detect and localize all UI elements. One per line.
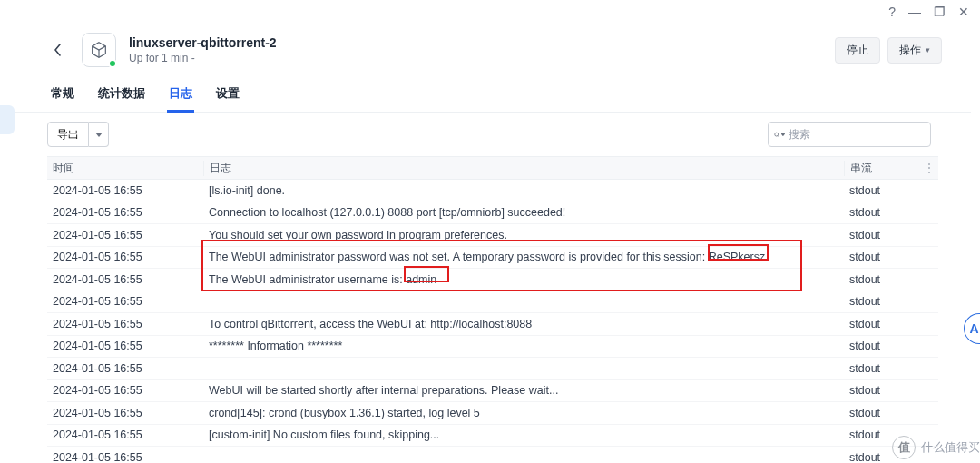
chevron-down-icon <box>781 129 785 141</box>
cell-log: [ls.io-init] done. <box>203 184 844 197</box>
export-button[interactable]: 导出 <box>47 122 89 147</box>
cell-time: 2024-01-05 16:55 <box>47 407 203 419</box>
table-row[interactable]: 2024-01-05 16:55The WebUI administrator … <box>47 247 938 270</box>
actions-dropdown[interactable]: 操作 ▾ <box>887 37 942 64</box>
table-row[interactable]: 2024-01-05 16:55stdout <box>47 358 938 380</box>
cell-log: You should set your own password in prog… <box>203 229 844 241</box>
cell-stream: stdout <box>844 295 920 308</box>
cell-stream: stdout <box>844 318 920 330</box>
container-title: linuxserver-qbittorrent-2 <box>129 35 835 50</box>
col-header-stream[interactable]: 串流 <box>844 161 920 176</box>
cell-stream: stdout <box>844 273 920 286</box>
cell-stream: stdout <box>844 184 920 197</box>
status-dot-running <box>108 59 117 68</box>
cell-stream: stdout <box>844 206 920 219</box>
table-row[interactable]: 2024-01-05 16:55[custom-init] No custom … <box>47 425 938 448</box>
table-row[interactable]: 2024-01-05 16:55WebUI will be started sh… <box>47 380 938 403</box>
cube-icon <box>89 40 109 60</box>
maximize-icon[interactable]: ❐ <box>934 5 946 18</box>
search-input[interactable] <box>789 128 925 141</box>
cell-log: The WebUI administrator password was not… <box>203 251 844 263</box>
table-row[interactable]: 2024-01-05 16:55stdout <box>47 447 938 463</box>
minimize-icon[interactable]: — <box>908 5 921 18</box>
search-icon <box>774 129 779 141</box>
table-row[interactable]: 2024-01-05 16:55stdout <box>47 291 938 314</box>
svg-line-1 <box>778 135 779 137</box>
cell-time: 2024-01-05 16:55 <box>47 362 203 375</box>
cell-log: ******** Information ******** <box>203 340 844 352</box>
watermark: 值 什么值得买 <box>892 436 980 459</box>
table-row[interactable]: 2024-01-05 16:55Connection to localhost … <box>47 202 938 225</box>
table-row[interactable]: 2024-01-05 16:55******** Information ***… <box>47 336 938 359</box>
stop-button[interactable]: 停止 <box>835 37 880 64</box>
cell-time: 2024-01-05 16:55 <box>47 251 203 263</box>
table-row[interactable]: 2024-01-05 16:55You should set your own … <box>47 224 938 247</box>
page-header: linuxserver-qbittorrent-2 Up for 1 min -… <box>7 33 971 67</box>
col-header-time[interactable]: 时间 <box>47 161 203 176</box>
close-icon[interactable]: ✕ <box>958 5 969 18</box>
cell-stream: stdout <box>844 340 920 352</box>
table-row[interactable]: 2024-01-05 16:55crond[145]: crond (busyb… <box>47 402 938 425</box>
cell-stream: stdout <box>844 229 920 241</box>
chevron-down-icon: ▾ <box>926 45 930 54</box>
cell-time: 2024-01-05 16:55 <box>47 318 203 330</box>
tab-stats[interactable]: 统计数据 <box>96 85 147 112</box>
chevron-left-icon <box>54 44 63 56</box>
cell-log: Connection to localhost (127.0.0.1) 8088… <box>203 206 844 219</box>
cell-stream: stdout <box>844 251 920 263</box>
cell-log: crond[145]: crond (busybox 1.36.1) start… <box>203 407 844 419</box>
cell-log: To control qBittorrent, access the WebUI… <box>203 318 844 330</box>
watermark-badge: 值 <box>892 436 916 459</box>
cell-time: 2024-01-05 16:55 <box>47 206 203 219</box>
cell-stream: stdout <box>844 407 920 419</box>
search-box[interactable] <box>768 122 931 147</box>
tab-logs[interactable]: 日志 <box>167 85 194 113</box>
chevron-down-icon <box>95 133 103 137</box>
help-icon[interactable]: ? <box>888 5 896 18</box>
cell-time: 2024-01-05 16:55 <box>47 429 203 441</box>
table-row[interactable]: 2024-01-05 16:55[ls.io-init] done.stdout <box>47 180 938 202</box>
container-icon <box>82 33 116 67</box>
tabs: 常规 统计数据 日志 设置 <box>7 85 971 113</box>
col-header-more[interactable]: ⋮ <box>920 162 938 174</box>
table-row[interactable]: 2024-01-05 16:55To control qBittorrent, … <box>47 313 938 336</box>
cell-log: WebUI will be started shortly after inte… <box>203 384 844 397</box>
cell-time: 2024-01-05 16:55 <box>47 384 203 397</box>
table-header: 时间 日志 串流 ⋮ <box>47 156 938 180</box>
back-button[interactable] <box>49 41 67 59</box>
cell-time: 2024-01-05 16:55 <box>47 229 203 241</box>
container-uptime: Up for 1 min - <box>129 52 835 64</box>
cell-time: 2024-01-05 16:55 <box>47 340 203 352</box>
cell-log: The WebUI administrator username is: adm… <box>203 273 844 286</box>
svg-point-0 <box>775 133 779 136</box>
tab-general[interactable]: 常规 <box>49 85 76 112</box>
cell-time: 2024-01-05 16:55 <box>47 184 203 197</box>
cell-stream: stdout <box>844 384 920 397</box>
cell-time: 2024-01-05 16:55 <box>47 451 203 463</box>
cell-time: 2024-01-05 16:55 <box>47 273 203 286</box>
table-body: 2024-01-05 16:55[ls.io-init] done.stdout… <box>47 180 938 463</box>
left-tab-sliver <box>0 105 15 134</box>
toolbar: 导出 <box>7 113 971 156</box>
cell-stream: stdout <box>844 362 920 375</box>
tab-settings[interactable]: 设置 <box>214 85 241 112</box>
cell-log: [custom-init] No custom files found, ski… <box>203 429 844 441</box>
cell-time: 2024-01-05 16:55 <box>47 295 203 308</box>
watermark-text: 什么值得买 <box>921 439 980 456</box>
table-row[interactable]: 2024-01-05 16:55The WebUI administrator … <box>47 269 938 291</box>
col-header-log[interactable]: 日志 <box>203 161 844 176</box>
export-dropdown[interactable] <box>89 122 109 147</box>
